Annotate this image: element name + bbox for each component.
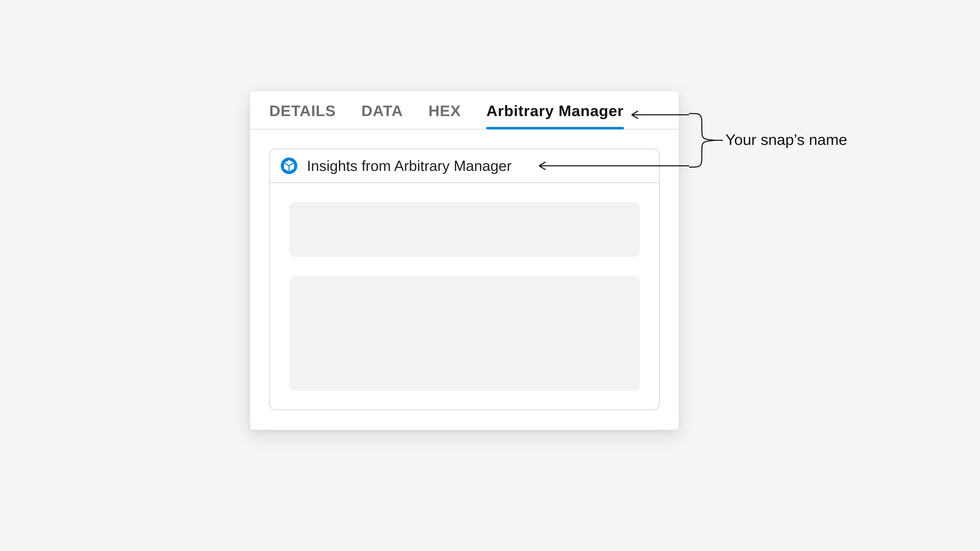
- cube-icon: [280, 157, 298, 175]
- insights-panel: Insights from Arbitrary Manager: [269, 149, 660, 410]
- tab-data[interactable]: DATA: [361, 91, 403, 129]
- placeholder-block: [289, 202, 640, 257]
- insights-panel-title: Insights from Arbitrary Manager: [307, 157, 512, 175]
- placeholder-block: [289, 276, 640, 391]
- tab-arbitrary-manager[interactable]: Arbitrary Manager: [487, 91, 624, 129]
- tab-details[interactable]: DETAILS: [269, 91, 336, 129]
- insights-panel-body: [270, 183, 659, 410]
- insights-panel-header: Insights from Arbitrary Manager: [270, 149, 659, 183]
- snap-tab-card: DETAILS DATA HEX Arbitrary Manager: [250, 91, 679, 430]
- tab-hex[interactable]: HEX: [428, 91, 461, 129]
- annotation-label: Your snap’s name: [725, 131, 847, 149]
- tab-bar: DETAILS DATA HEX Arbitrary Manager: [250, 91, 679, 130]
